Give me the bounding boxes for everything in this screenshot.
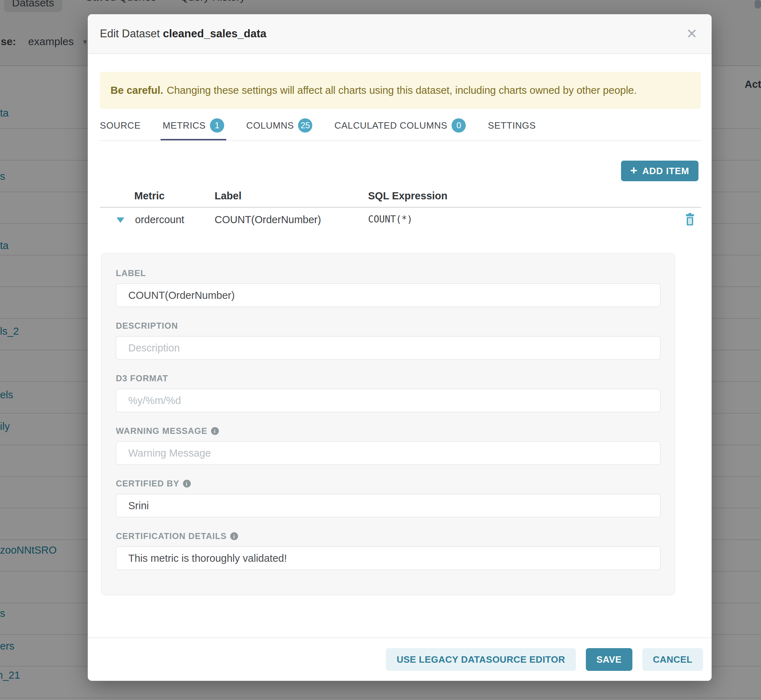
columns-count-badge: 25 xyxy=(298,118,312,133)
tab-source[interactable]: SOURCE xyxy=(100,114,141,141)
save-button[interactable]: SAVE xyxy=(586,648,632,671)
field-certification-details: CERTIFICATION DETAILS i xyxy=(116,531,661,570)
label-field-caption: LABEL xyxy=(116,269,661,278)
tab-columns[interactable]: COLUMNS 25 xyxy=(246,114,312,141)
warning-banner: Be careful. Changing these settings will… xyxy=(100,72,701,109)
metric-sql-expression: COUNT(*) xyxy=(368,214,413,225)
field-description: DESCRIPTION xyxy=(116,321,661,359)
warning-banner-text: Changing these settings will affect all … xyxy=(167,84,637,96)
certification-details-input[interactable] xyxy=(116,547,661,570)
modal-title-prefix: Edit Dataset xyxy=(100,27,160,40)
description-input[interactable] xyxy=(116,336,661,359)
close-icon[interactable]: ✕ xyxy=(686,14,697,53)
metrics-count-badge: 1 xyxy=(210,118,224,133)
metric-edit-panel: LABEL DESCRIPTION D3 FORMAT WARNING MESS… xyxy=(101,253,675,595)
field-certified-by: CERTIFIED BY i xyxy=(116,479,661,517)
modal-header: Edit Dataset cleaned_sales_data ✕ xyxy=(88,14,712,54)
add-item-button[interactable]: + ADD ITEM xyxy=(621,161,698,181)
d3-format-input[interactable] xyxy=(116,389,661,412)
info-icon[interactable]: i xyxy=(183,480,191,488)
certification-details-field-caption: CERTIFICATION DETAILS xyxy=(116,531,227,541)
description-field-caption: DESCRIPTION xyxy=(116,321,661,330)
d3-format-field-caption: D3 FORMAT xyxy=(116,374,661,383)
metric-row: ordercount COUNT(OrderNumber) COUNT(*) xyxy=(88,212,701,229)
modal-title-dataset-name: cleaned_sales_data xyxy=(163,27,266,40)
calculated-columns-count-badge: 0 xyxy=(452,118,466,133)
dataset-editor-tabs: SOURCE METRICS 1 COLUMNS 25 CAL xyxy=(100,114,536,141)
tab-settings[interactable]: SETTINGS xyxy=(488,114,536,141)
info-icon[interactable]: i xyxy=(230,532,238,540)
certified-by-input[interactable] xyxy=(116,494,661,517)
field-d3-format: D3 FORMAT xyxy=(116,374,661,412)
cancel-button[interactable]: CANCEL xyxy=(642,648,703,671)
field-label: LABEL xyxy=(116,269,661,307)
info-icon[interactable]: i xyxy=(211,427,219,435)
tab-metrics[interactable]: METRICS 1 xyxy=(163,114,224,141)
metric-label: COUNT(OrderNumber) xyxy=(214,214,321,226)
modal-body: Be careful. Changing these settings will… xyxy=(88,53,712,638)
use-legacy-datasource-editor-button[interactable]: USE LEGACY DATASOURCE EDITOR xyxy=(386,648,575,671)
screen: Datasets Saved Queries Query History se:… xyxy=(0,0,761,700)
warning-message-field-caption: WARNING MESSAGE xyxy=(116,426,208,436)
metric-name: ordercount xyxy=(135,214,184,226)
modal-footer: USE LEGACY DATASOURCE EDITOR SAVE CANCEL xyxy=(88,638,712,681)
warning-message-input[interactable] xyxy=(116,441,661,465)
trash-icon[interactable] xyxy=(684,212,696,226)
warning-banner-bold: Be careful. xyxy=(111,84,163,96)
certified-by-field-caption: CERTIFIED BY xyxy=(116,479,180,489)
label-input[interactable] xyxy=(116,284,661,307)
column-header-metric: Metric xyxy=(134,190,164,202)
metrics-table-header-divider xyxy=(100,207,701,208)
modal-title: Edit Dataset cleaned_sales_data xyxy=(100,27,266,40)
edit-dataset-modal: Edit Dataset cleaned_sales_data ✕ Be car… xyxy=(88,14,712,681)
column-header-sql-expression: SQL Expression xyxy=(368,190,448,202)
collapse-caret-icon[interactable] xyxy=(117,217,124,223)
field-warning-message: WARNING MESSAGE i xyxy=(116,427,661,465)
tab-calculated-columns[interactable]: CALCULATED COLUMNS 0 xyxy=(334,114,466,141)
column-header-label: Label xyxy=(214,190,242,202)
tabs-bottom-border xyxy=(100,141,701,141)
